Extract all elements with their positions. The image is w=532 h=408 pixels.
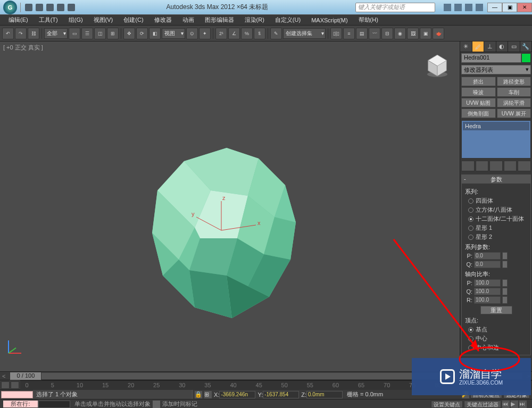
curve-editor-icon[interactable]: 〰 xyxy=(369,28,380,39)
undo-icon[interactable]: ↶ xyxy=(2,28,14,39)
layers-icon[interactable]: ▤ xyxy=(356,28,368,39)
select-region-icon[interactable]: ◫ xyxy=(94,28,106,39)
stack-item-hedra[interactable]: Hedra xyxy=(463,122,529,130)
track-icon[interactable] xyxy=(1,381,10,389)
qat-icon[interactable] xyxy=(57,4,64,11)
object-color-swatch[interactable] xyxy=(521,53,531,63)
script-listener-input[interactable] xyxy=(38,401,70,408)
selection-filter-dropdown[interactable]: 全部 xyxy=(44,28,68,39)
menu-grapheditor[interactable]: 图形编辑器 xyxy=(200,15,239,25)
menu-animation[interactable]: 动画 xyxy=(177,15,200,25)
scale-icon[interactable]: ◧ xyxy=(149,28,161,39)
radio-star1[interactable]: 星形 1 xyxy=(468,224,527,232)
restore-button[interactable]: ▣ xyxy=(502,3,517,12)
radio-star2[interactable]: 星形 2 xyxy=(468,233,527,241)
spinner-arrows[interactable] xyxy=(502,261,508,268)
radio-cubeocta[interactable]: 立方体/八面体 xyxy=(468,206,527,214)
mini-track[interactable] xyxy=(1,391,33,398)
render-icon[interactable]: 🫖 xyxy=(433,28,444,39)
angle-snap-icon[interactable]: ∠ xyxy=(228,28,240,39)
rollout-header-params[interactable]: 参数 xyxy=(462,175,530,184)
display-tab-icon[interactable]: ▭ xyxy=(508,41,520,52)
x-coord-input[interactable]: -3669.246n xyxy=(219,391,255,398)
track-icon[interactable] xyxy=(11,381,19,389)
signin-icon[interactable] xyxy=(454,4,462,11)
p-spinner[interactable]: 0.0 xyxy=(474,252,501,260)
menu-tools[interactable]: 工具(T) xyxy=(34,15,63,25)
menu-views[interactable]: 视图(V) xyxy=(88,15,119,25)
move-icon[interactable]: ✥ xyxy=(123,28,135,39)
favorites-icon[interactable] xyxy=(465,4,472,11)
playback-prev-icon[interactable]: ⏮ xyxy=(502,401,510,408)
key-filters-button[interactable]: 关键点过滤器 xyxy=(464,401,501,408)
radio-dodecicosa[interactable]: 十二面体/二十面体 xyxy=(468,215,527,223)
axr-spinner[interactable]: 100.0 xyxy=(474,296,501,304)
help-search-input[interactable]: 键入关键字或短语 xyxy=(355,3,435,12)
refcoord-dropdown[interactable]: 视图 xyxy=(162,28,185,39)
align-icon[interactable]: ≡ xyxy=(343,28,355,39)
playback-next-icon[interactable]: ⏭ xyxy=(519,401,527,408)
playback-play-icon[interactable]: ▶ xyxy=(511,401,518,408)
radio-center[interactable]: 中心 xyxy=(468,335,527,343)
named-selection-dropdown[interactable]: 创建选择集 xyxy=(283,28,326,39)
menu-customize[interactable]: 自定义(U) xyxy=(270,15,306,25)
mod-pathdeform[interactable]: 路径变形 xyxy=(497,77,531,86)
link-icon[interactable]: ⛓ xyxy=(28,28,39,39)
mirror-icon[interactable]: ▯|▯ xyxy=(330,28,342,39)
viewport[interactable]: [ +0 正交 真实 ] xyxy=(0,41,460,371)
modifier-list-dropdown[interactable]: 修改器列表 xyxy=(461,65,531,74)
redo-icon[interactable]: ↷ xyxy=(15,28,27,39)
menu-edit[interactable]: 编辑(E) xyxy=(3,15,34,25)
time-tag-icon[interactable] xyxy=(153,401,160,408)
radio-tetra[interactable]: 四面体 xyxy=(468,197,527,205)
snap-toggle-icon[interactable]: 2¹ xyxy=(215,28,227,39)
named-sel-icon[interactable]: ✎ xyxy=(270,28,282,39)
add-time-tag[interactable]: 添加时间标记 xyxy=(162,400,197,408)
render-frame-icon[interactable]: ▣ xyxy=(420,28,431,39)
axq-spinner[interactable]: 100.0 xyxy=(474,288,501,295)
mod-turbosmooth[interactable]: 涡轮平滑 xyxy=(497,98,531,107)
manipulate-icon[interactable]: ✦ xyxy=(199,28,211,39)
mod-lathe[interactable]: 车削 xyxy=(497,87,531,97)
menu-group[interactable]: 组(G) xyxy=(63,15,88,25)
qat-icon[interactable] xyxy=(46,4,54,11)
hierarchy-tab-icon[interactable]: ⊥ xyxy=(484,41,496,52)
menu-help[interactable]: 帮助(H) xyxy=(353,15,384,25)
axp-spinner[interactable]: 100.0 xyxy=(474,279,501,287)
mod-uvwunwrap[interactable]: UVW 展开 xyxy=(497,109,531,118)
menu-create[interactable]: 创建(C) xyxy=(118,15,148,25)
coord-toggle-icon[interactable]: ⊞ xyxy=(204,391,212,398)
pivot-icon[interactable]: ⊙ xyxy=(186,28,198,39)
close-button[interactable]: ✕ xyxy=(517,3,532,12)
reset-button[interactable]: 重置 xyxy=(480,306,512,314)
time-knob[interactable]: 0 / 100 xyxy=(10,372,41,380)
qat-icon[interactable] xyxy=(25,4,32,11)
spinner-arrows[interactable] xyxy=(502,296,508,304)
lock-icon[interactable]: 🔒 xyxy=(195,391,202,398)
menu-render[interactable]: 渲染(R) xyxy=(239,15,270,25)
qat-icon[interactable] xyxy=(68,4,75,11)
material-editor-icon[interactable]: ◉ xyxy=(394,28,406,39)
utilities-tab-icon[interactable]: 🔧 xyxy=(520,41,533,52)
mod-extrude[interactable]: 挤出 xyxy=(461,77,496,86)
spinner-snap-icon[interactable]: ⥮ xyxy=(254,28,265,39)
minimize-button[interactable]: — xyxy=(487,3,502,12)
app-icon[interactable]: G xyxy=(3,1,17,14)
mod-uvwmap[interactable]: UVW 贴图 xyxy=(461,98,496,107)
modify-tab-icon[interactable]: 🖉 xyxy=(472,41,485,52)
infocenter-icon[interactable] xyxy=(444,4,451,11)
hedra-object[interactable]: z x y xyxy=(136,137,317,334)
radio-centersides[interactable]: 中心和边 xyxy=(468,344,527,352)
select-name-icon[interactable]: ☰ xyxy=(81,28,93,39)
window-crossing-icon[interactable]: ⊞ xyxy=(107,28,119,39)
mod-bevelprofile[interactable]: 倒角剖面 xyxy=(461,109,496,118)
motion-tab-icon[interactable]: ◐ xyxy=(496,41,509,52)
modifier-stack[interactable]: Hedra xyxy=(461,120,531,159)
spinner-arrows[interactable] xyxy=(502,252,508,260)
spinner-arrows[interactable] xyxy=(502,279,508,287)
now-row-label[interactable]: 所在行: xyxy=(3,401,38,407)
rotate-icon[interactable]: ⟳ xyxy=(136,28,148,39)
mod-noise[interactable]: 噪波 xyxy=(461,87,496,97)
unique-icon[interactable] xyxy=(489,161,503,171)
show-end-icon[interactable] xyxy=(476,161,489,171)
